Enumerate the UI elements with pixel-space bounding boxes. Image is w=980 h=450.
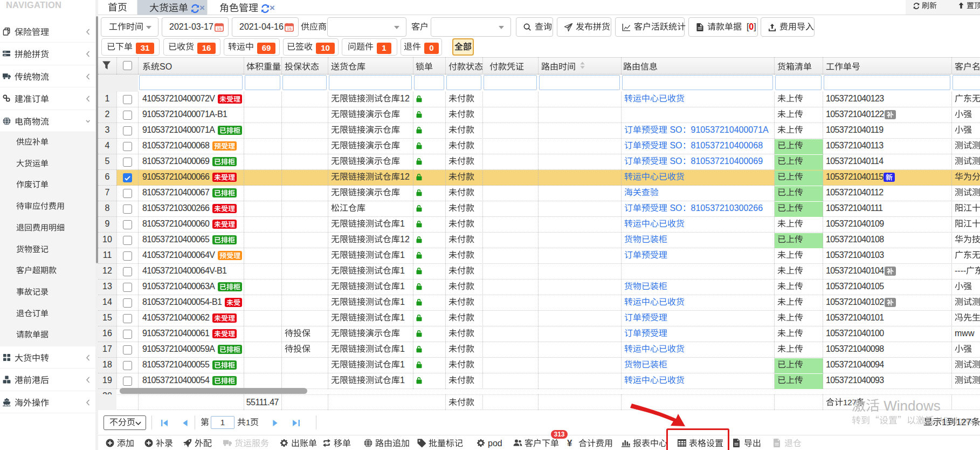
- svg-text:15: 15: [287, 26, 292, 31]
- svg-text:15: 15: [217, 26, 222, 31]
